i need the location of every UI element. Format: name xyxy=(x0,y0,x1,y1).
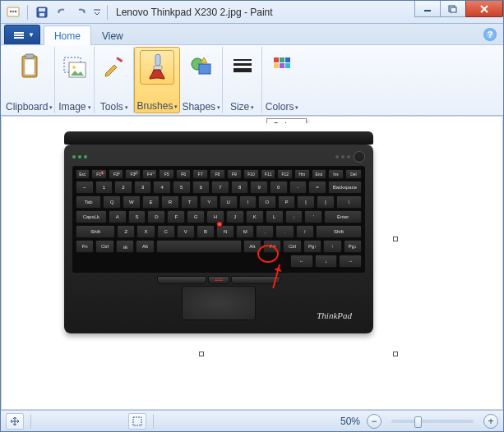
ribbon-group-shapes[interactable]: Shapes▾ xyxy=(180,47,223,113)
ribbon-tab-strip: ▼ Home View ? xyxy=(1,24,503,45)
shapes-label: Shapes▾ xyxy=(182,101,220,113)
svg-point-3 xyxy=(15,10,17,12)
svg-rect-23 xyxy=(199,64,210,74)
canvas-area[interactable]: Colors xyxy=(1,116,503,410)
svg-rect-15 xyxy=(25,54,34,58)
keyboard: Esc F1🔇F2🔉F3🔊F4✕ F5F6F7F8 F9F10F11F12 Hm… xyxy=(72,166,365,273)
annotation-circle xyxy=(257,245,279,263)
close-button[interactable] xyxy=(465,1,503,17)
brushes-label: Brushes▾ xyxy=(136,100,178,112)
help-button[interactable]: ? xyxy=(483,28,497,41)
zoom-slider[interactable] xyxy=(391,420,474,423)
power-button-icon xyxy=(354,151,365,163)
svg-rect-21 xyxy=(154,66,162,70)
svg-point-1 xyxy=(10,10,12,12)
thinkpad-logo: ThinkPad xyxy=(317,310,352,320)
laptop-top-row xyxy=(72,151,365,163)
svg-rect-28 xyxy=(280,57,284,62)
qat-customize-dropdown[interactable] xyxy=(92,4,102,21)
svg-rect-26 xyxy=(234,68,252,72)
maximize-button[interactable] xyxy=(440,1,466,17)
shapes-icon xyxy=(184,49,219,84)
file-menu[interactable]: ▼ xyxy=(4,25,40,44)
tab-view-label: View xyxy=(102,30,123,42)
save-button[interactable] xyxy=(33,4,51,21)
svg-rect-33 xyxy=(133,417,141,425)
paint-window: Lenovo Thinkpad X230 2.jpg - Paint ▼ Hom… xyxy=(0,0,504,432)
image-artboard[interactable]: Esc F1🔇F2🔉F3🔊F4✕ F5F6F7F8 F9F10F11F12 Hm… xyxy=(8,123,395,353)
undo-button[interactable] xyxy=(53,4,71,21)
trackpoint-icon xyxy=(216,221,223,227)
status-bar: 50% − + xyxy=(1,410,503,431)
svg-rect-11 xyxy=(14,34,24,36)
trackpoint-buttons xyxy=(157,276,280,284)
ribbon-group-brushes[interactable]: Brushes▾ xyxy=(134,47,180,113)
selection-handle[interactable] xyxy=(199,352,204,356)
svg-point-18 xyxy=(72,66,76,69)
window-controls xyxy=(415,1,503,17)
minimize-button[interactable] xyxy=(414,1,441,17)
image-group-icon xyxy=(58,49,92,84)
svg-point-2 xyxy=(12,10,15,12)
laptop-image: Esc F1🔇F2🔉F3🔊F4✕ F5F6F7F8 F9F10F11F12 Hm… xyxy=(64,131,373,340)
touchpad-icon xyxy=(182,286,256,320)
svg-rect-30 xyxy=(274,63,279,68)
size-icon xyxy=(225,49,260,84)
clipboard-label: Clipboard▾ xyxy=(6,101,53,113)
speaker-grill xyxy=(335,155,350,159)
zoom-out-button[interactable]: − xyxy=(367,414,381,429)
colors-label: Colors▾ xyxy=(266,101,299,113)
sb-separator-2 xyxy=(153,414,154,429)
selection-handle[interactable] xyxy=(393,352,398,356)
zoom-in-button[interactable]: + xyxy=(483,414,498,429)
qat-separator-2 xyxy=(107,5,108,20)
title-document: Lenovo Thinkpad X230 2.jpg xyxy=(116,7,242,18)
svg-rect-31 xyxy=(280,63,284,68)
svg-rect-25 xyxy=(234,63,252,66)
tab-home[interactable]: Home xyxy=(44,25,91,45)
svg-rect-6 xyxy=(39,13,44,16)
ribbon-group-colors[interactable]: Colors▾ xyxy=(262,47,302,113)
size-label: Size▾ xyxy=(230,101,254,113)
chevron-down-icon: ▼ xyxy=(28,31,35,39)
svg-rect-20 xyxy=(155,54,160,66)
quick-access-toolbar xyxy=(4,4,111,21)
app-icon[interactable] xyxy=(4,4,22,21)
led-strip xyxy=(72,155,87,159)
svg-rect-12 xyxy=(14,37,24,39)
svg-rect-9 xyxy=(451,7,456,12)
zoom-value: 50% xyxy=(340,416,360,427)
ribbon-group-clipboard[interactable]: Clipboard▾ xyxy=(4,47,55,113)
laptop-lid xyxy=(64,131,373,145)
svg-rect-5 xyxy=(39,8,45,11)
title-bar: Lenovo Thinkpad X230 2.jpg - Paint xyxy=(1,1,503,24)
svg-rect-27 xyxy=(274,57,279,62)
tab-home-label: Home xyxy=(54,30,81,42)
selection-size-icon xyxy=(128,413,146,430)
svg-rect-19 xyxy=(116,57,123,62)
redo-button[interactable] xyxy=(72,4,90,21)
svg-rect-29 xyxy=(285,57,290,62)
selection-handle[interactable] xyxy=(393,237,398,241)
sb-separator xyxy=(30,414,31,429)
svg-rect-14 xyxy=(25,59,35,75)
zoom-slider-thumb[interactable] xyxy=(414,416,422,428)
tools-label: Tools▾ xyxy=(100,101,128,113)
clipboard-icon xyxy=(12,49,47,84)
qat-separator xyxy=(27,5,28,20)
ribbon-group-size[interactable]: Size▾ xyxy=(223,47,262,113)
svg-rect-10 xyxy=(14,32,24,34)
title-app-name: Paint xyxy=(250,7,272,18)
svg-rect-32 xyxy=(285,63,290,68)
ribbon: Clipboard▾ Image▾ Tools▾ xyxy=(1,45,503,116)
file-menu-icon xyxy=(13,30,25,41)
ribbon-group-tools[interactable]: Tools▾ xyxy=(95,47,134,113)
palmrest: ThinkPad xyxy=(72,273,365,325)
tab-view[interactable]: View xyxy=(91,25,134,45)
svg-rect-7 xyxy=(424,10,431,11)
ribbon-group-image[interactable]: Image▾ xyxy=(55,47,95,113)
image-label: Image▾ xyxy=(58,101,90,113)
colors-icon xyxy=(265,49,299,84)
brush-icon xyxy=(140,50,174,85)
svg-rect-24 xyxy=(234,59,252,61)
